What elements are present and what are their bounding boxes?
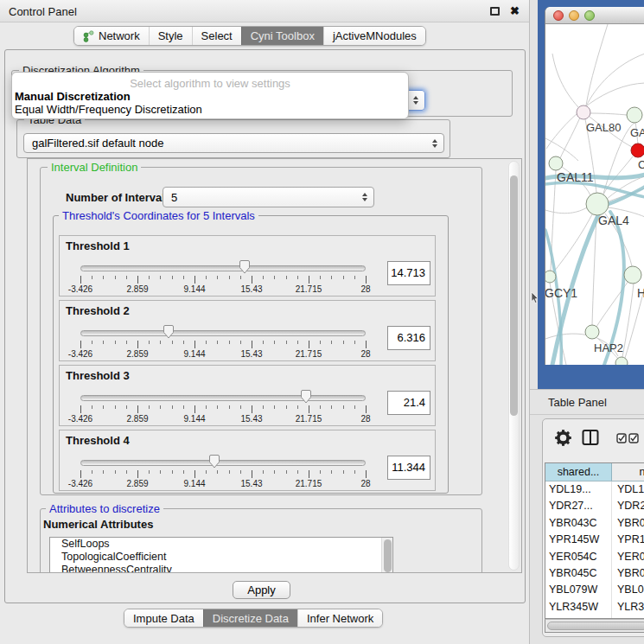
slider-tick	[160, 276, 161, 279]
table-cell-name[interactable]: YLR3	[612, 599, 644, 615]
table-cell-name[interactable]: YBR0	[612, 515, 644, 532]
slider-thumb[interactable]	[239, 259, 251, 275]
settings-scroll-area: Interval Definition Number of Intervals …	[27, 158, 522, 573]
table-header-cell-shared-name[interactable]: shared...	[545, 463, 612, 481]
network-node-cy[interactable]	[631, 143, 644, 157]
slider-tick	[286, 276, 287, 279]
table-cell-name[interactable]: YBR0	[612, 565, 644, 582]
traffic-light-close-icon[interactable]	[553, 10, 564, 21]
traffic-light-zoom-icon[interactable]	[584, 10, 595, 21]
network-node-gal11[interactable]	[549, 156, 563, 170]
slider-track[interactable]	[80, 265, 366, 271]
tab-style[interactable]: Style	[149, 27, 192, 45]
table-cell-shared-name[interactable]: YDL19...	[545, 481, 612, 498]
scrollbar-thumb[interactable]	[510, 175, 518, 416]
slider-thumb[interactable]	[300, 389, 312, 405]
settings-vertical-scrollbar[interactable]	[508, 161, 520, 571]
spinner-arrows-icon	[362, 193, 367, 201]
network-node-gal4[interactable]	[586, 193, 609, 215]
threshold-value-input[interactable]: 11.344	[387, 456, 430, 480]
threshold-value-input[interactable]: 6.316	[387, 326, 430, 350]
network-node-edge-clipped[interactable]	[615, 357, 628, 365]
tab-impute-data[interactable]: Impute Data	[124, 609, 203, 627]
table-cell-shared-name[interactable]: YPR145W	[545, 532, 612, 548]
slider-tick-label: 9.144	[183, 349, 205, 359]
table-row[interactable]: YLR345WYLR3	[545, 599, 644, 615]
tab-cyni-toolbox[interactable]: Cyni Toolbox	[241, 27, 323, 45]
apply-button[interactable]: Apply	[233, 581, 290, 599]
table-row[interactable]: YBR043CYBR0	[545, 515, 644, 532]
table-row[interactable]: YPR145WYPR1	[545, 532, 644, 548]
slider-track[interactable]	[80, 395, 366, 401]
table-row[interactable]: YER054CYER0	[545, 549, 644, 565]
table-cell-shared-name[interactable]: YLR345W	[545, 599, 612, 615]
checkbox-checked-icon[interactable]	[616, 433, 627, 443]
attributes-group-label: Attributes to discretize	[46, 502, 163, 516]
table-cell-name[interactable]: YDL1	[612, 481, 644, 498]
attribute-list-item[interactable]: SelfLoops	[50, 538, 392, 551]
close-icon[interactable]: ✖	[510, 4, 520, 17]
table-cell-shared-name[interactable]: YDR27...	[545, 498, 612, 514]
node-label: GAL4	[598, 214, 629, 227]
table-header-cell-name[interactable]: na	[612, 463, 644, 481]
table-horizontal-scrollbar[interactable]	[545, 619, 644, 633]
table-row[interactable]: YBR045CYBR0	[545, 565, 644, 582]
network-view-panel[interactable]: GAL80GACYGAL11GAL4GCY1HHAP2	[538, 0, 644, 389]
threshold-panel-3: Threshold 3-3.4262.8599.14415.4321.71528…	[59, 365, 436, 426]
slider-tick	[172, 276, 173, 279]
table-cell-shared-name[interactable]: YBR045C	[545, 565, 612, 582]
network-node-ga[interactable]	[627, 107, 642, 123]
slider-tick	[240, 470, 241, 474]
slider-tick	[366, 470, 367, 478]
tab-select[interactable]: Select	[192, 27, 241, 45]
threshold-value-input[interactable]: 14.713	[387, 261, 430, 285]
table-row[interactable]: YDR27...YDR2	[545, 498, 644, 514]
traffic-light-minimize-icon[interactable]	[569, 10, 579, 21]
tab-network[interactable]: Network	[74, 27, 149, 45]
scrollbar-thumb[interactable]	[547, 622, 644, 630]
table-data-combobox[interactable]: galFiltered.sif default node	[23, 133, 444, 153]
network-node-h[interactable]	[624, 266, 641, 284]
node-table[interactable]: shared... na YDL19...YDL1YDR27...YDR2YBR…	[545, 462, 644, 619]
table-cell-shared-name[interactable]: YER054C	[545, 549, 612, 565]
table-row[interactable]: YBL079WYBL0	[545, 582, 644, 598]
slider-tick	[331, 276, 332, 279]
network-node-gal80[interactable]	[577, 105, 590, 119]
slider-track[interactable]	[80, 330, 366, 336]
checkbox-checked-icon[interactable]	[628, 433, 639, 443]
slider-thumb[interactable]	[208, 454, 220, 469]
network-canvas[interactable]: GAL80GACYGAL11GAL4GCY1HHAP2	[545, 24, 644, 365]
algorithm-option-equal-width-frequency-discretization[interactable]: Equal Width/Frequency Discretization	[15, 103, 202, 116]
settings-gear-icon[interactable]	[555, 430, 571, 446]
threshold-value-input[interactable]: 21.4	[387, 391, 430, 415]
table-row[interactable]: YDL19...YDL1	[545, 481, 644, 498]
table-cell-name[interactable]: YER0	[612, 549, 644, 565]
attribute-list-item[interactable]: BetweennessCentrality	[50, 564, 392, 573]
table-cell-shared-name[interactable]: YBR043C	[545, 515, 612, 532]
control-panel-window: Control Panel ✖ NetworkStyleSelectCyni T…	[0, 0, 530, 644]
tab-discretize-data[interactable]: Discretize Data	[203, 609, 297, 627]
column-split-icon[interactable]	[582, 429, 599, 446]
table-cell-shared-name[interactable]: YBL079W	[545, 582, 612, 598]
tab-jactivemnodules[interactable]: jActiveMNodules	[323, 27, 425, 45]
slider-track[interactable]	[80, 460, 366, 466]
attribute-list-item[interactable]: TopologicalCoefficient	[50, 551, 392, 564]
algorithm-option-manual-discretization[interactable]: Manual Discretization	[15, 90, 131, 103]
table-cell-name[interactable]: YPR1	[612, 532, 644, 548]
tab-infer-network[interactable]: Infer Network	[297, 609, 382, 627]
slider-tick-label: 15.43	[240, 414, 262, 424]
list-scrollbar[interactable]	[381, 538, 392, 573]
table-cell-name[interactable]: YBL0	[612, 582, 644, 598]
table-cell-name[interactable]: YDR2	[612, 498, 644, 514]
slider-thumb[interactable]	[163, 324, 175, 340]
number-of-intervals-spinner[interactable]: 5	[163, 187, 374, 207]
interval-definition-label: Interval Definition	[48, 161, 141, 175]
attributes-list[interactable]: SelfLoopsTopologicalCoefficientBetweenne…	[49, 537, 393, 573]
window-title: Control Panel	[9, 5, 77, 18]
slider-tick	[343, 276, 344, 279]
network-node-hap2[interactable]	[585, 325, 599, 339]
network-node-gcy1[interactable]	[545, 271, 556, 283]
network-window: GAL80GACYGAL11GAL4GCY1HHAP2	[545, 7, 644, 365]
slider-tick	[297, 341, 298, 344]
float-window-icon[interactable]	[490, 7, 500, 16]
